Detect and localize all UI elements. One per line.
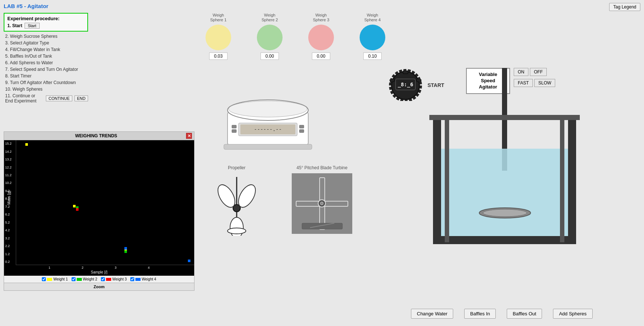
data-point-2-3 (76, 208, 79, 211)
svg-point-2 (229, 101, 307, 117)
scale-svg: ------.-- (217, 79, 319, 152)
change-water-button[interactable]: Change Water (411, 309, 453, 319)
step7[interactable]: 7. Select Speed and Turn On Agitator (4, 66, 88, 73)
step10[interactable]: 10. Weigh Spheres (4, 86, 88, 93)
y-label-11: 11.2 (5, 173, 15, 177)
y-axis-title: Mass [g] (7, 191, 11, 205)
svg-rect-9 (299, 130, 304, 133)
y-label-6: 6.2 (5, 213, 15, 216)
step2[interactable]: 2. Weigh Sucrose Spheres (4, 33, 88, 40)
x-label-2: 2 (81, 266, 83, 269)
step11-label: 11. Continue or End Experiment (5, 93, 44, 104)
step5[interactable]: 5. Baffles In/Out of Tank (4, 53, 88, 59)
legend-check-4[interactable] (130, 277, 134, 281)
legend-color-2 (77, 278, 82, 281)
svg-point-16 (228, 228, 246, 234)
sphere-3: WeighSphere 3 0.00 (308, 13, 334, 60)
sphere-2-value: 0.00 (261, 52, 279, 60)
svg-rect-22 (302, 223, 342, 229)
step6[interactable]: 6. Add Spheres to Water (4, 59, 88, 66)
spheres-area: WeighSphere 1 0.03 WeighSphere 2 0.00 We… (205, 13, 385, 60)
sphere-4-circle[interactable] (360, 25, 385, 50)
legend-check-1[interactable] (42, 277, 46, 281)
legend-color-1 (47, 278, 52, 281)
legend-check-2[interactable] (72, 277, 76, 281)
y-label-2: 2.2 (5, 244, 15, 248)
legend-check-3[interactable] (101, 277, 105, 281)
end-button[interactable]: END (74, 95, 88, 101)
data-point-1-1 (25, 143, 28, 146)
svg-rect-7 (232, 130, 236, 133)
y-label-4: 4.2 (5, 228, 15, 232)
x-axis (16, 265, 194, 265)
y-label-10: 10.2 (5, 181, 15, 185)
sphere-2: WeighSphere 2 0.00 (257, 13, 283, 60)
procedure-steps: 2. Weigh Sucrose Spheres 3. Select Agita… (4, 33, 88, 104)
legend-weight3: Weight 3 (101, 277, 127, 281)
legend-label-2: Weight 2 (83, 277, 97, 281)
x-axis-title: Sample [/] (4, 270, 194, 276)
x-label-4: 4 (148, 266, 150, 269)
svg-rect-34 (433, 236, 576, 244)
continue-button[interactable]: CONTINUE (46, 95, 72, 101)
baffles-in-button[interactable]: Baffles In (464, 309, 496, 319)
tank-svg (415, 68, 598, 266)
step9[interactable]: 9. Turn Off Agitator After Countdown (4, 79, 88, 86)
data-point-4-4 (188, 260, 190, 262)
legend-weight2: Weight 2 (72, 277, 97, 281)
chart-title-bar: WEIGHING TRENDS ✕ (4, 132, 194, 140)
data-point-2-1 (73, 205, 76, 207)
sphere-3-circle[interactable] (308, 25, 334, 50)
zoom-button[interactable]: Zoom (4, 283, 194, 290)
step3[interactable]: 3. Select Agitator Type (4, 40, 88, 46)
step8[interactable]: 8. Start Timer (4, 73, 88, 79)
chart-close-button[interactable]: ✕ (186, 133, 192, 139)
x-label-1: 1 (48, 266, 50, 269)
data-point-3-4 (124, 247, 127, 250)
svg-text:_8:_6: _8:_6 (398, 82, 413, 88)
procedure-title: Experiment procedure: (7, 16, 84, 21)
turbine-label: 45° Pitched Blade Turbine (296, 165, 348, 170)
svg-rect-32 (433, 116, 441, 244)
add-spheres-button[interactable]: Add Spheres (553, 309, 592, 319)
svg-rect-37 (560, 117, 564, 242)
propeller-label: Propeller (228, 165, 245, 170)
svg-rect-35 (441, 149, 568, 236)
legend-label-3: Weight 3 (112, 277, 127, 281)
sphere-2-label: WeighSphere 2 (262, 13, 278, 22)
y-label-7: 7.2 (5, 205, 15, 209)
agitator-types: Propeller 45° Pitched Blade Turbine (211, 165, 352, 236)
svg-rect-10 (224, 144, 312, 149)
svg-rect-6 (232, 125, 236, 128)
legend-color-3 (106, 278, 111, 281)
legend-label-1: Weight 1 (53, 277, 68, 281)
svg-rect-33 (568, 116, 576, 244)
sphere-4: WeighSphere 4 0.10 (360, 13, 385, 60)
step1-button[interactable]: Start (25, 23, 40, 29)
page-title: LAB #5 - Agitator (4, 3, 48, 9)
baffles-out-button[interactable]: Baffles Out (507, 309, 542, 319)
sphere-1-circle[interactable] (205, 25, 231, 50)
turbine-svg (292, 173, 352, 234)
sphere-3-value: 0.00 (312, 52, 330, 60)
chart-legend: Weight 1 Weight 2 Weight 3 Weight 4 (4, 276, 194, 283)
turbine-box (292, 173, 352, 234)
turbine-type[interactable]: 45° Pitched Blade Turbine (292, 165, 352, 234)
sphere-2-circle[interactable] (257, 25, 283, 50)
sphere-1-value: 0.03 (209, 52, 228, 60)
step1-row: 1. Start Start (7, 23, 84, 29)
y-label-14: 14.2 (5, 150, 15, 153)
bottom-buttons: Change Water Baffles In Baffles Out Add … (411, 309, 593, 319)
step1-label: 1. Start (7, 23, 22, 28)
data-point-3-2 (124, 250, 127, 253)
scale-area: ------.-- (217, 79, 319, 153)
svg-rect-40 (429, 115, 580, 120)
step4[interactable]: 4. Fill/Change Water in Tank (4, 46, 88, 53)
svg-rect-36 (445, 117, 449, 242)
chart-title: WEIGHING TRENDS (6, 133, 186, 138)
propeller-type[interactable]: Propeller (211, 165, 262, 236)
sphere-1: WeighSphere 1 0.03 (205, 13, 231, 60)
y-label-13: 13.2 (5, 157, 15, 161)
tag-legend-button[interactable]: Tag Legend (609, 3, 640, 11)
x-label-3: 3 (115, 266, 117, 269)
